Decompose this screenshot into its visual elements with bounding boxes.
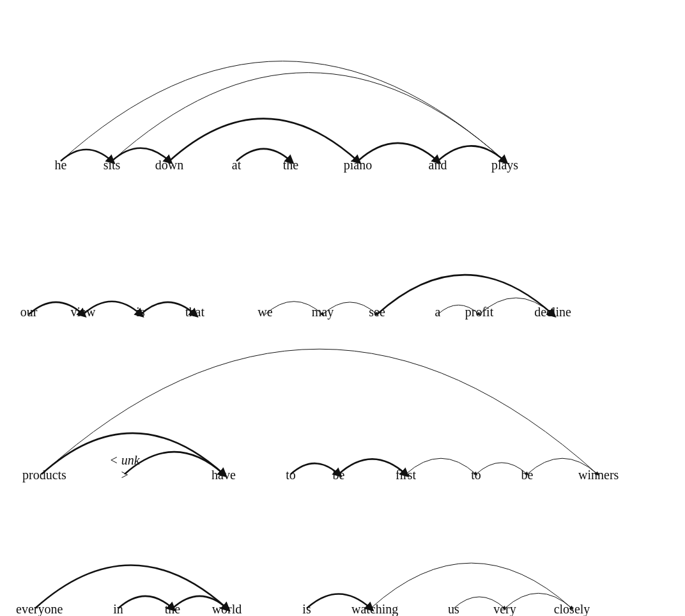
word: we	[246, 305, 284, 320]
word: sits	[93, 158, 131, 173]
word: plays	[486, 158, 524, 173]
word: down	[150, 158, 189, 173]
word: everyone	[16, 602, 54, 616]
word: the	[272, 158, 310, 173]
word: view	[64, 305, 102, 320]
word: first	[387, 468, 425, 482]
sentence-container: products< unk >havetobefirsttobewinners	[0, 348, 685, 489]
word: piano	[339, 158, 377, 173]
word: a	[419, 305, 457, 320]
word: closely	[553, 602, 591, 616]
word: our	[10, 305, 48, 320]
word: have	[204, 468, 243, 482]
word: world	[208, 602, 246, 616]
word: is	[121, 305, 160, 320]
word: is	[288, 602, 326, 616]
word: very	[486, 602, 524, 616]
sentence-container: everyoneintheworldiswatchingusveryclosel…	[0, 505, 685, 616]
word: that	[176, 305, 214, 320]
word: the	[153, 602, 192, 616]
sentence-container: hesitsdownatthepianoandplays	[0, 13, 685, 179]
word: profit	[460, 305, 498, 320]
word: decline	[534, 305, 572, 320]
word: be	[319, 468, 358, 482]
word: at	[217, 158, 256, 173]
word: to	[272, 468, 310, 482]
word: be	[508, 468, 546, 482]
word: watching	[351, 602, 390, 616]
word: he	[42, 158, 80, 173]
word: < unk >	[105, 453, 144, 482]
word: and	[419, 158, 457, 173]
sentence-container: ourviewisthatwemayseeaprofitdecline	[0, 198, 685, 326]
word: may	[304, 305, 342, 320]
word: us	[435, 602, 473, 616]
word: in	[99, 602, 137, 616]
word: winners	[578, 468, 617, 482]
word: see	[358, 305, 396, 320]
word: to	[457, 468, 495, 482]
word: products	[22, 468, 61, 482]
